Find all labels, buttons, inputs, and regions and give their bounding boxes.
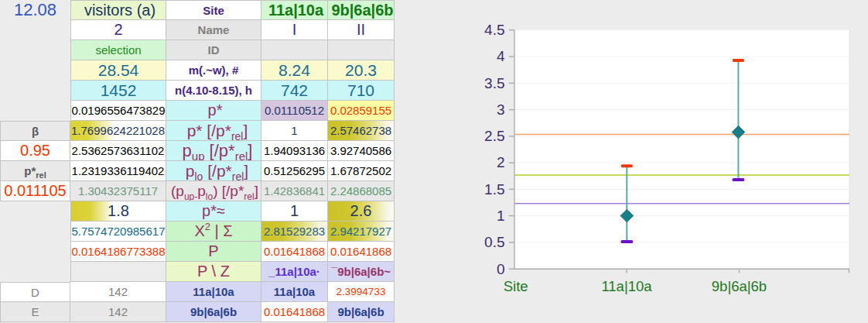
svg-text:4: 4 [497, 48, 505, 64]
svg-text:1: 1 [497, 208, 505, 224]
svg-text:0: 0 [497, 261, 505, 277]
svg-text:Site: Site [504, 278, 528, 294]
svg-text:4.5: 4.5 [484, 22, 504, 38]
svg-text:9b|6a|6b: 9b|6a|6b [712, 278, 767, 294]
svg-text:11a|10a: 11a|10a [601, 278, 652, 294]
svg-text:1.5: 1.5 [484, 181, 504, 198]
svg-text:3: 3 [497, 101, 505, 118]
svg-text:2: 2 [497, 154, 505, 170]
svg-text:2.5: 2.5 [484, 128, 504, 144]
svg-text:3.5: 3.5 [484, 75, 504, 91]
svg-text:0.5: 0.5 [484, 234, 504, 250]
